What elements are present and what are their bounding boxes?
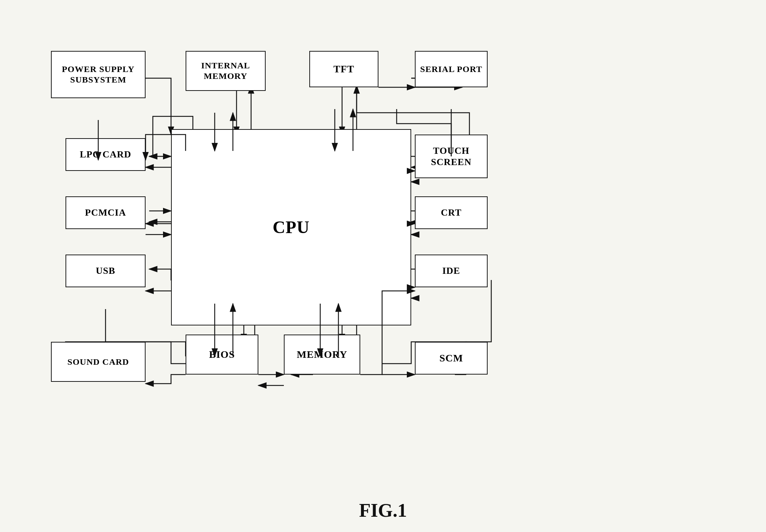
lpc-card-block: LPC CARD	[66, 138, 146, 171]
tft-block: TFT	[309, 51, 378, 87]
figure-label: FIG.1	[359, 500, 407, 521]
touch-screen-block: TOUCH SCREEN	[415, 135, 488, 178]
power-supply-block: POWER SUPPLY SUBSYSTEM	[51, 51, 146, 98]
memory-block: MEMORY	[284, 335, 360, 375]
usb-block: USB	[66, 255, 146, 287]
cpu-block: CPU	[171, 129, 411, 325]
sound-card-block: SOUND CARD	[51, 342, 146, 382]
internal-memory-block: INTERNAL MEMORY	[186, 51, 266, 91]
serial-port-block: SERIAL PORT	[415, 51, 488, 87]
bios-block: BIOS	[186, 335, 258, 375]
crt-block: CRT	[415, 196, 488, 229]
pcmcia-block: PCMCIA	[66, 196, 146, 229]
diagram-container: POWER SUPPLY SUBSYSTEM INTERNAL MEMORY T…	[29, 22, 737, 496]
scm-block: SCM	[415, 342, 488, 375]
ide-block: IDE	[415, 255, 488, 287]
